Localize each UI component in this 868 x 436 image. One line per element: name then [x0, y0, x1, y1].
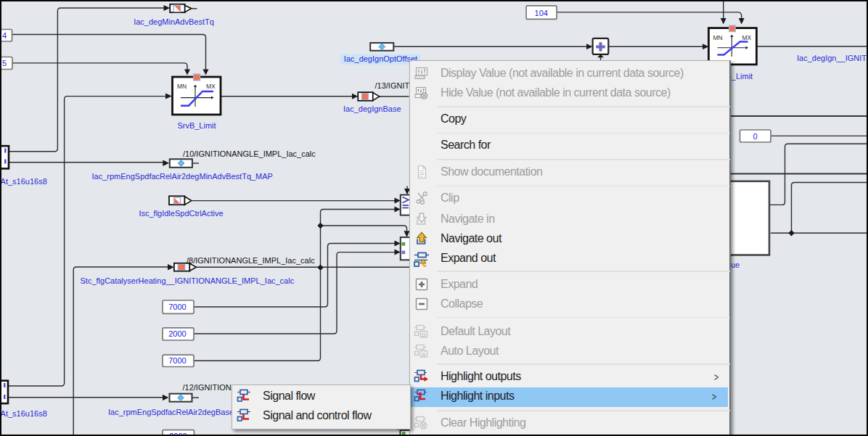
svg-text:MX: MX [742, 34, 752, 41]
svg-text:0: 0 [753, 132, 758, 141]
svg-text:7000: 7000 [168, 356, 186, 365]
svg-text:Iac_degIgn__IGNITIONANGLE_IM: Iac_degIgn__IGNITIONANGLE_IM [797, 54, 868, 62]
svg-text:/8/IGNITIONANGLE_IMPL_Iac_calc: /8/IGNITIONANGLE_IMPL_Iac_calc [187, 256, 315, 265]
svg-text:Stc_flgCatalyserHeating__IGNIT: Stc_flgCatalyserHeating__IGNITIONANGLE_I… [81, 276, 295, 285]
svg-text:5: 5 [2, 59, 7, 67]
svg-text:Iac_degIgnBase: Iac_degIgnBase [343, 104, 401, 113]
svg-text:MN: MN [177, 83, 187, 90]
svg-text:MX: MX [206, 83, 216, 90]
svg-text:7000: 7000 [168, 303, 186, 311]
svg-text:tAt_s16u16s8: tAt_s16u16s8 [0, 177, 47, 186]
svg-text:Iac_rpmEngSpdfacRelAir2degMinA: Iac_rpmEngSpdfacRelAir2degMinAdvBestTq_M… [92, 172, 273, 181]
svg-text:A: A [421, 350, 425, 357]
svg-text:2000: 2000 [168, 329, 186, 338]
svg-text:/10/IGNITIONANGLE_IMPL_Iac_cal: /10/IGNITIONANGLE_IMPL_Iac_calc [183, 149, 316, 158]
svg-text:Isc_flgIdleSpdCtrlActive: Isc_flgIdleSpdCtrlActive [139, 209, 223, 218]
svg-text:104: 104 [535, 9, 548, 17]
svg-text:tAt_s16u16s8: tAt_s16u16s8 [0, 409, 47, 418]
svg-text:Iac_degIgnOptOffset: Iac_degIgnOptOffset [344, 54, 417, 63]
svg-text:SrvB_Limit: SrvB_Limit [177, 121, 216, 130]
svg-text:MN: MN [713, 34, 723, 41]
svg-text:4: 4 [2, 31, 7, 40]
svg-text:Iac_degMinAdvBestTq: Iac_degMinAdvBestTq [134, 17, 214, 26]
svg-text:D: D [421, 331, 425, 337]
